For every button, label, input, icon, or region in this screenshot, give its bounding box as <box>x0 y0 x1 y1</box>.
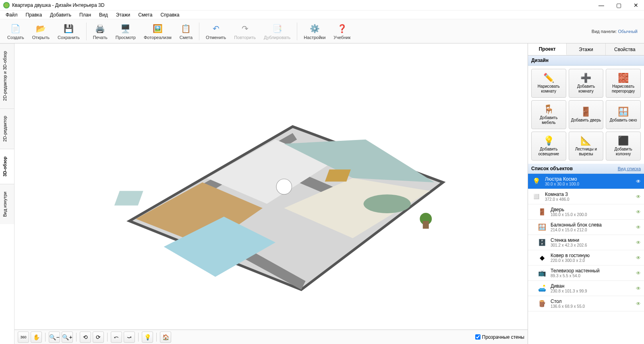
preview-button[interactable]: 🖥️Просмотр <box>112 22 140 41</box>
object-item-8[interactable]: 🪵Стол136.6 x 68.9 x 55.0👁 <box>528 296 644 311</box>
object-dims: 89.3 x 5.5 x 54.0 <box>551 274 633 278</box>
design-label: Лестницы и вырезы <box>571 147 602 157</box>
design-label: Нарисовать комнату <box>533 84 564 94</box>
object-item-6[interactable]: 📺Телевизор настенный89.3 x 5.5 x 54.0👁 <box>528 266 644 281</box>
object-item-0[interactable]: 💡Люстра Космо30.0 x 30.0 x 100.0👁 <box>528 174 644 189</box>
visibility-icon[interactable]: 👁 <box>636 255 641 261</box>
object-item-3[interactable]: 🪟Балконный блок слева214.0 x 15.0 x 212.… <box>528 220 644 235</box>
objects-section-header: Список объектов Вид списка <box>528 164 644 174</box>
home-button[interactable]: 🏠 <box>160 332 171 343</box>
design-label: Добавить дверь <box>571 118 601 123</box>
menu-add[interactable]: Добавить <box>47 11 75 19</box>
tab-3d-view[interactable]: 3D-обзор <box>0 149 14 184</box>
design-section-header: Дизайн <box>528 56 644 66</box>
design-label: Добавить мебель <box>533 115 564 125</box>
tutorial-button[interactable]: ❓Учебник <box>329 22 354 41</box>
menu-plan[interactable]: План <box>76 11 94 19</box>
menu-edit[interactable]: Правка <box>23 11 46 19</box>
settings-button[interactable]: ⚙️Настройки <box>300 22 329 41</box>
menu-floors[interactable]: Этажи <box>113 11 133 19</box>
visibility-icon[interactable]: 👁 <box>636 225 641 230</box>
visibility-icon[interactable]: 👁 <box>636 286 641 291</box>
transparent-walls-input[interactable] <box>475 334 480 340</box>
rotate-left-button[interactable]: ⟲ <box>80 332 91 343</box>
tab-project[interactable]: Проект <box>528 43 567 55</box>
object-item-5[interactable]: ◆Ковер в гостиную220.0 x 300.0 x 2.0👁 <box>528 250 644 266</box>
visibility-icon[interactable]: 👁 <box>636 240 641 245</box>
light-button[interactable]: 💡 <box>142 332 153 343</box>
svg-rect-13 <box>112 260 133 270</box>
visibility-icon[interactable]: 👁 <box>636 270 641 276</box>
design-button-2[interactable]: 🧱Нарисовать перегородку <box>606 69 641 98</box>
menu-help[interactable]: Справка <box>157 11 182 19</box>
zoom-in-button[interactable]: 🔍+ <box>62 332 73 343</box>
visibility-icon[interactable]: 👁 <box>636 194 641 200</box>
photo-icon: 🖼️ <box>152 23 163 34</box>
duplicate-button[interactable]: 📑Дублировать <box>260 22 294 41</box>
undo-button[interactable]: ↶Отменить <box>202 22 230 41</box>
folder-icon: 📂 <box>35 23 46 34</box>
tab-properties[interactable]: Свойства <box>606 43 644 55</box>
design-button-5[interactable]: 🪟Добавить окно <box>606 100 641 129</box>
rotate-right-button[interactable]: ⟳ <box>93 332 104 343</box>
estimate-button[interactable]: 📋Смета <box>176 22 197 41</box>
rotate-360-button[interactable]: 360 <box>18 332 29 343</box>
design-label: Добавить окно <box>610 118 637 123</box>
right-panel: Проект Этажи Свойства Дизайн ✏️Нарисоват… <box>528 43 644 344</box>
design-button-7[interactable]: 📐Лестницы и вырезы <box>569 132 604 161</box>
print-button[interactable]: 🖨️Печать <box>89 22 112 41</box>
transparent-walls-checkbox[interactable]: Прозрачные стены <box>475 334 524 340</box>
object-icon: ◻️ <box>531 192 542 201</box>
tilt-down-button[interactable]: ⤻ <box>124 332 135 343</box>
design-button-6[interactable]: 💡Добавить освещение <box>531 132 566 161</box>
save-button[interactable]: 💾Сохранить <box>54 22 84 41</box>
visibility-icon[interactable]: 👁 <box>636 301 641 307</box>
photorealism-button[interactable]: 🖼️Фотореализм <box>140 22 176 41</box>
design-button-1[interactable]: ➕Добавить комнату <box>569 69 604 98</box>
panel-mode-link[interactable]: Обычный <box>618 29 638 34</box>
separator <box>138 333 139 342</box>
design-button-0[interactable]: ✏️Нарисовать комнату <box>531 69 566 98</box>
object-item-7[interactable]: 🛋️Диван230.8 x 101.3 x 99.9👁 <box>528 281 644 296</box>
object-dims: 30.0 x 30.0 x 100.0 <box>545 182 633 186</box>
create-button[interactable]: 📄Создать <box>3 22 28 41</box>
minimize-button[interactable]: — <box>596 1 607 9</box>
tab-2d-editor[interactable]: 2D-редактор <box>0 108 14 149</box>
close-button[interactable]: ✕ <box>631 1 641 9</box>
tab-2d-3d[interactable]: 2D-редактор и 3D-обзор <box>0 43 14 108</box>
object-item-2[interactable]: 🚪Дверь100.0 x 15.0 x 200.0👁 <box>528 204 644 220</box>
object-item-1[interactable]: ◻️Комната 3372.0 x 486.0👁 <box>528 189 644 204</box>
object-name: Телевизор настенный <box>551 268 633 274</box>
pan-button[interactable]: ✋ <box>31 332 42 343</box>
visibility-icon[interactable]: 👁 <box>636 209 641 215</box>
object-list: 💡Люстра Космо30.0 x 30.0 x 100.0👁◻️Комна… <box>528 174 644 344</box>
redo-button[interactable]: ↷Повторить <box>230 22 260 41</box>
tab-floors[interactable]: Этажи <box>567 43 605 55</box>
design-button-4[interactable]: 🚪Добавить дверь <box>569 100 604 129</box>
maximize-button[interactable]: ▢ <box>614 1 624 9</box>
design-label: Добавить освещение <box>533 147 564 157</box>
design-button-3[interactable]: 🪑Добавить мебель <box>531 100 566 129</box>
tilt-up-icon: ⤺ <box>114 334 119 340</box>
object-dims: 230.8 x 101.3 x 99.9 <box>551 289 633 293</box>
open-button[interactable]: 📂Открыть <box>28 22 54 41</box>
list-view-link[interactable]: Вид списка <box>618 166 641 171</box>
tilt-up-button[interactable]: ⤺ <box>111 332 122 343</box>
visibility-icon[interactable]: 👁 <box>636 179 641 184</box>
zoom-out-button[interactable]: 🔍− <box>49 332 60 343</box>
menu-file[interactable]: Файл <box>2 11 21 19</box>
window-title: Квартира двушка - Дизайн Интерьера 3D <box>12 2 596 8</box>
tab-inside-view[interactable]: Вид изнутри <box>0 184 14 224</box>
copy-icon: 📑 <box>271 23 283 34</box>
design-icon: 🪑 <box>543 104 554 115</box>
menu-estimate[interactable]: Смета <box>135 11 155 19</box>
object-item-4[interactable]: 🗄️Стенка мини301.2 x 42.3 x 202.6👁 <box>528 235 644 250</box>
titlebar: Квартира двушка - Дизайн Интерьера 3D — … <box>0 0 644 10</box>
object-name: Люстра Космо <box>545 176 633 182</box>
separator <box>86 23 87 40</box>
design-icon: 🧱 <box>618 73 629 83</box>
menu-view[interactable]: Вид <box>96 11 111 19</box>
redo-icon: ↷ <box>239 23 251 34</box>
design-button-8[interactable]: ⬛Добавить колонну <box>606 132 641 161</box>
3d-viewport[interactable] <box>14 43 528 330</box>
